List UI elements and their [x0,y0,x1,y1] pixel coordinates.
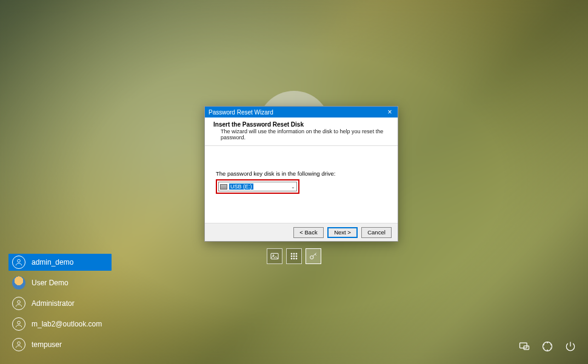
network-button[interactable] [518,340,531,353]
svg-point-6 [293,256,295,257]
drive-prompt: The password key disk is in the followin… [216,170,387,177]
password-reset-wizard-dialog: Password Reset Wizard × Insert the Passw… [204,106,398,242]
svg-point-8 [291,258,292,259]
svg-point-2 [291,253,292,254]
dialog-heading: Insert the Password Reset Disk [213,121,389,128]
svg-point-9 [293,258,295,259]
dialog-body: The password key disk is in the followin… [205,146,398,223]
drive-select[interactable]: USB (E:) ⌄ [218,182,297,191]
user-item-user-demo[interactable]: User Demo [8,274,112,291]
svg-point-11 [310,256,313,259]
user-avatar-icon [12,317,25,331]
dialog-title: Password Reset Wizard [209,109,273,116]
user-avatar-icon [12,297,25,310]
picture-icon [270,251,279,261]
dialog-footer: < Back Next > Cancel [205,223,398,241]
user-item-m-lab2[interactable]: m_lab2@outlook.com [8,316,112,333]
user-avatar-icon [12,338,25,351]
dialog-header: Insert the Password Reset Disk The wizar… [205,117,398,146]
user-avatar-icon [12,276,25,290]
password-option[interactable] [306,248,321,264]
chevron-down-icon: ⌄ [290,184,295,189]
svg-point-15 [18,342,21,345]
user-list: admin_demo User Demo Administrator m_lab… [8,254,112,353]
svg-point-4 [296,253,297,254]
svg-point-13 [18,300,21,303]
svg-rect-16 [520,343,527,348]
dialog-titlebar: Password Reset Wizard × [205,107,398,117]
user-name: User Demo [32,279,68,287]
system-buttons [518,340,577,353]
svg-point-10 [296,258,297,259]
drive-select-value: USB (E:) [229,184,253,190]
drive-icon [220,184,227,190]
svg-point-14 [18,321,21,324]
network-icon [518,340,530,352]
picture-password-option[interactable] [267,248,282,264]
power-button[interactable] [564,340,577,353]
svg-point-7 [296,256,297,257]
user-item-tempuser[interactable]: tempuser [8,336,112,353]
sign-in-options [267,248,321,264]
user-item-admin-demo[interactable]: admin_demo [8,254,112,271]
dialog-subheading: The wizard will use the information on t… [213,128,389,141]
cancel-button[interactable]: Cancel [361,227,392,238]
user-avatar-icon [12,256,25,269]
close-icon[interactable]: × [386,108,394,116]
key-icon [309,251,318,261]
drive-select-highlight: USB (E:) ⌄ [216,179,299,194]
user-name: tempuser [32,340,62,349]
power-icon [564,340,576,352]
pin-option[interactable] [286,248,302,264]
user-name: m_lab2@outlook.com [32,320,102,328]
keypad-icon [289,251,299,261]
svg-point-3 [293,253,295,254]
next-button[interactable]: Next > [327,227,358,238]
ease-of-access-icon [541,340,553,352]
back-button[interactable]: < Back [293,227,324,238]
user-name: Administrator [32,299,75,308]
svg-point-5 [291,256,292,257]
ease-of-access-button[interactable] [541,340,554,353]
svg-point-12 [18,259,21,262]
user-name: admin_demo [32,258,73,266]
user-item-administrator[interactable]: Administrator [8,295,112,312]
